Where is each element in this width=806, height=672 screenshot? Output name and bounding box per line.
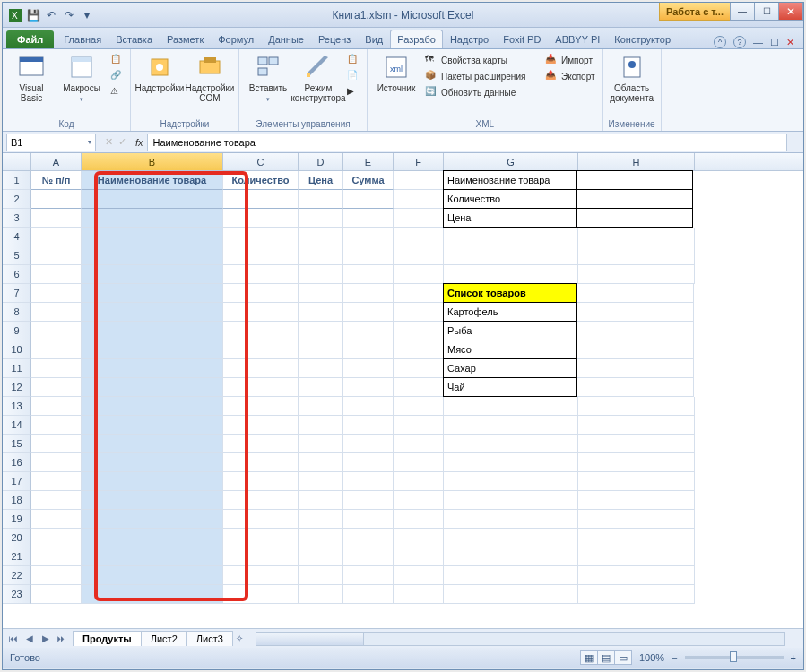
cell-E10[interactable] [343, 340, 394, 359]
save-icon[interactable]: 💾 [26, 8, 40, 22]
cell-F3[interactable] [394, 209, 444, 228]
column-header-C[interactable]: C [223, 153, 299, 170]
cell-D2[interactable] [299, 190, 343, 209]
export-button[interactable]: 📤Экспорт [543, 69, 597, 83]
cell-B3[interactable] [82, 209, 223, 228]
close-button[interactable]: ✕ [778, 3, 803, 21]
cell-C9[interactable] [223, 322, 299, 340]
cell-B21[interactable] [82, 547, 223, 566]
column-header-G[interactable]: G [444, 153, 578, 170]
cell-F8[interactable] [394, 303, 444, 322]
cell-G5[interactable] [444, 246, 578, 265]
cell-E5[interactable] [343, 246, 394, 265]
cell-B1[interactable]: Наименование товара [82, 171, 223, 190]
cell-B23[interactable] [82, 585, 223, 604]
cell-H19[interactable] [578, 510, 695, 529]
cell-D16[interactable] [299, 453, 343, 472]
cell-E3[interactable] [343, 209, 394, 228]
cell-F6[interactable] [394, 265, 444, 284]
tabletools-tab[interactable]: Работа с т... [659, 3, 731, 21]
tab-данные[interactable]: Данные [261, 30, 311, 48]
row-header[interactable]: 9 [3, 322, 31, 340]
cell-D1[interactable]: Цена [299, 171, 343, 190]
cell-B14[interactable] [82, 416, 223, 435]
macros-button[interactable]: Макросы ▾ [58, 51, 105, 105]
cell-D3[interactable] [299, 209, 343, 228]
cell-G9[interactable]: Рыба [443, 321, 577, 340]
view-pagebreak-icon[interactable]: ▭ [614, 650, 632, 665]
cell-E1[interactable]: Сумма [343, 171, 394, 190]
row-header[interactable]: 13 [3, 397, 31, 416]
cell-F12[interactable] [394, 378, 444, 397]
cell-G20[interactable] [444, 529, 578, 547]
cell-E19[interactable] [343, 510, 394, 529]
cell-C8[interactable] [223, 303, 299, 322]
cancel-formula-icon[interactable]: ✕ [105, 136, 113, 148]
cell-D11[interactable] [299, 359, 343, 378]
tab-конструктор[interactable]: Конструктор [607, 30, 678, 48]
cell-E20[interactable] [343, 529, 394, 547]
cell-F2[interactable] [394, 190, 444, 209]
cell-C4[interactable] [223, 228, 299, 246]
properties-button[interactable]: 📋 [345, 53, 361, 67]
cell-D20[interactable] [299, 529, 343, 547]
row-header[interactable]: 15 [3, 435, 31, 453]
cell-B15[interactable] [82, 435, 223, 453]
horizontal-scrollbar[interactable] [256, 632, 785, 646]
tab-вид[interactable]: Вид [358, 30, 390, 48]
macro-security-button[interactable]: ⚠ [108, 85, 125, 99]
cell-A5[interactable] [31, 246, 82, 265]
cell-E14[interactable] [343, 416, 394, 435]
cell-C16[interactable] [223, 453, 299, 472]
cell-E16[interactable] [343, 453, 394, 472]
cell-C6[interactable] [223, 265, 299, 284]
cell-B8[interactable] [82, 303, 223, 322]
window-restore-icon[interactable]: ☐ [770, 37, 779, 48]
cell-A19[interactable] [31, 510, 82, 529]
row-header[interactable]: 4 [3, 228, 31, 246]
cell-D23[interactable] [299, 585, 343, 604]
cell-G4[interactable] [444, 228, 578, 246]
cell-H14[interactable] [578, 416, 695, 435]
cell-C17[interactable] [223, 472, 299, 491]
cell-C20[interactable] [223, 529, 299, 547]
cell-B2[interactable] [82, 190, 223, 209]
row-header[interactable]: 22 [3, 566, 31, 585]
cell-B16[interactable] [82, 453, 223, 472]
cell-E12[interactable] [343, 378, 394, 397]
cell-A7[interactable] [31, 284, 82, 303]
tab-вставка[interactable]: Вставка [108, 30, 160, 48]
tab-abbyy pi[interactable]: ABBYY PI [548, 30, 607, 48]
cell-B10[interactable] [82, 340, 223, 359]
sheet-tab-Лист2[interactable]: Лист2 [141, 631, 187, 646]
tab-разрабо[interactable]: Разрабо [390, 30, 443, 48]
cell-A14[interactable] [31, 416, 82, 435]
column-header-A[interactable]: A [31, 153, 82, 170]
cell-H18[interactable] [578, 491, 695, 510]
cell-E6[interactable] [343, 265, 394, 284]
row-header[interactable]: 12 [3, 378, 31, 397]
cell-G23[interactable] [444, 585, 578, 604]
cell-A3[interactable] [31, 209, 82, 228]
addins-button[interactable]: Надстройки [136, 51, 183, 95]
zoom-in-icon[interactable]: + [791, 652, 796, 663]
cell-E23[interactable] [343, 585, 394, 604]
cell-E2[interactable] [343, 190, 394, 209]
minimize-ribbon-icon[interactable]: ^ [714, 36, 726, 48]
cell-H1[interactable] [576, 170, 693, 190]
row-header[interactable]: 2 [3, 190, 31, 209]
cell-E4[interactable] [343, 228, 394, 246]
sheet-nav-first-icon[interactable]: ⏮ [6, 632, 21, 646]
cell-G15[interactable] [444, 435, 578, 453]
cell-B4[interactable] [82, 228, 223, 246]
sheet-tab-Продукты[interactable]: Продукты [73, 631, 142, 646]
cell-F11[interactable] [394, 359, 444, 378]
cell-C3[interactable] [223, 209, 299, 228]
cell-A18[interactable] [31, 491, 82, 510]
cell-C7[interactable] [223, 284, 299, 303]
cell-D8[interactable] [299, 303, 343, 322]
cell-C10[interactable] [223, 340, 299, 359]
cell-G2[interactable]: Количество [443, 189, 577, 209]
cell-E11[interactable] [343, 359, 394, 378]
run-dialog-button[interactable]: ▶ [345, 85, 361, 99]
